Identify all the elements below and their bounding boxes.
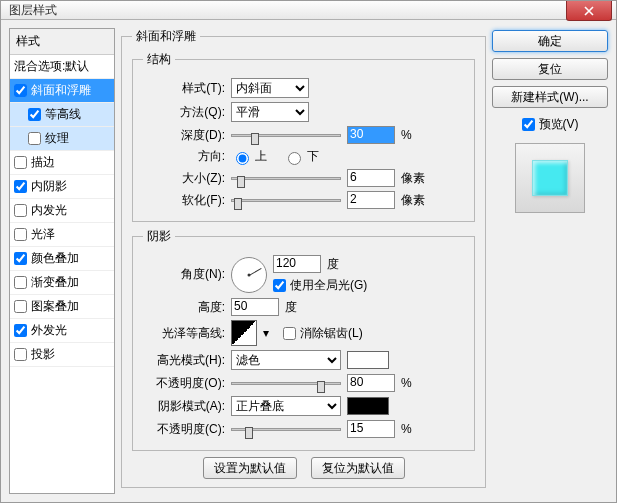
pct-unit-2: % (401, 422, 412, 436)
structure-groupbox: 结构 样式(T): 内斜面 方法(Q): 平滑 深度(D): 30 % (132, 51, 475, 222)
shadow-mode-select[interactable]: 正片叠底 (231, 396, 341, 416)
up-radio-input[interactable] (236, 152, 249, 165)
altitude-label: 高度: (143, 299, 225, 316)
highlight-opacity-field[interactable]: 80 (347, 374, 395, 392)
chevron-down-icon[interactable]: ▾ (263, 326, 269, 340)
reset-button[interactable]: 复位 (492, 58, 608, 80)
styles-header: 样式 (10, 29, 114, 55)
angle-label: 角度(N): (143, 266, 225, 283)
dialog-body: 样式 混合选项:默认 斜面和浮雕等高线纹理描边内阴影内发光光泽颜色叠加渐变叠加图… (1, 20, 616, 502)
highlight-opacity-label: 不透明度(O): (143, 375, 225, 392)
right-panel: 确定 复位 新建样式(W)... 预览(V) (492, 28, 608, 494)
shadow-opacity-field[interactable]: 15 (347, 420, 395, 438)
size-field[interactable]: 6 (347, 169, 395, 187)
highlight-opacity-slider[interactable] (231, 374, 341, 392)
method-label: 方法(Q): (143, 104, 225, 121)
gloss-contour-picker[interactable] (231, 320, 257, 346)
soften-field[interactable]: 2 (347, 191, 395, 209)
highlight-mode-select[interactable]: 滤色 (231, 350, 341, 370)
style-item-checkbox[interactable] (14, 276, 27, 289)
shadow-color-swatch[interactable] (347, 397, 389, 415)
gloss-contour-label: 光泽等高线: (143, 325, 225, 342)
style-item-label: 光泽 (31, 226, 55, 243)
style-item-checkbox[interactable] (14, 348, 27, 361)
down-radio-input[interactable] (288, 152, 301, 165)
soften-label: 软化(F): (143, 192, 225, 209)
size-unit: 像素 (401, 170, 425, 187)
styles-listbox: 样式 混合选项:默认 斜面和浮雕等高线纹理描边内阴影内发光光泽颜色叠加渐变叠加图… (9, 28, 115, 494)
style-item-label: 外发光 (31, 322, 67, 339)
depth-label: 深度(D): (143, 127, 225, 144)
layer-style-dialog: 图层样式 样式 混合选项:默认 斜面和浮雕等高线纹理描边内阴影内发光光泽颜色叠加… (0, 0, 617, 503)
style-item-4[interactable]: 内阴影 (10, 175, 114, 199)
soften-unit: 像素 (401, 192, 425, 209)
altitude-field[interactable]: 50 (231, 298, 279, 316)
close-button[interactable] (566, 1, 612, 21)
preview-checkbox[interactable]: 预览(V) (492, 116, 608, 133)
structure-legend: 结构 (143, 51, 175, 68)
method-select[interactable]: 平滑 (231, 102, 309, 122)
shadow-groupbox: 阴影 角度(N): 120 度 使用全局光(G) (132, 228, 475, 451)
depth-unit: % (401, 128, 412, 142)
style-item-checkbox[interactable] (14, 84, 27, 97)
reset-default-button[interactable]: 复位为默认值 (311, 457, 405, 479)
style-item-checkbox[interactable] (14, 156, 27, 169)
angle-dial[interactable] (231, 257, 267, 293)
preview-box (515, 143, 585, 213)
soften-slider[interactable] (231, 191, 341, 209)
style-item-label: 纹理 (45, 130, 69, 147)
style-item-checkbox[interactable] (28, 108, 41, 121)
shadow-opacity-label: 不透明度(C): (143, 421, 225, 438)
blend-options-item[interactable]: 混合选项:默认 (10, 55, 114, 79)
close-icon (584, 6, 594, 16)
make-default-button[interactable]: 设置为默认值 (203, 457, 297, 479)
style-item-2[interactable]: 纹理 (10, 127, 114, 151)
mid-panel: 斜面和浮雕 结构 样式(T): 内斜面 方法(Q): 平滑 深度(D): 30 (121, 28, 486, 494)
style-item-label: 图案叠加 (31, 298, 79, 315)
depth-field[interactable]: 30 (347, 126, 395, 144)
preview-swatch (532, 160, 568, 196)
style-item-checkbox[interactable] (14, 204, 27, 217)
antialias-checkbox[interactable]: 消除锯齿(L) (283, 325, 363, 342)
style-item-label: 内阴影 (31, 178, 67, 195)
style-item-1[interactable]: 等高线 (10, 103, 114, 127)
ok-button[interactable]: 确定 (492, 30, 608, 52)
pct-unit: % (401, 376, 412, 390)
style-item-label: 等高线 (45, 106, 81, 123)
style-item-6[interactable]: 光泽 (10, 223, 114, 247)
highlight-color-swatch[interactable] (347, 351, 389, 369)
style-item-checkbox[interactable] (14, 252, 27, 265)
style-item-0[interactable]: 斜面和浮雕 (10, 79, 114, 103)
shadow-mode-label: 阴影模式(A): (143, 398, 225, 415)
blend-options-label: 混合选项:默认 (14, 58, 89, 75)
style-item-checkbox[interactable] (14, 228, 27, 241)
shadow-opacity-slider[interactable] (231, 420, 341, 438)
size-slider[interactable] (231, 169, 341, 187)
style-item-label: 投影 (31, 346, 55, 363)
style-item-7[interactable]: 颜色叠加 (10, 247, 114, 271)
style-item-checkbox[interactable] (14, 324, 27, 337)
style-label: 样式(T): (143, 80, 225, 97)
style-item-label: 斜面和浮雕 (31, 82, 91, 99)
depth-slider[interactable] (231, 126, 341, 144)
style-item-checkbox[interactable] (28, 132, 41, 145)
size-label: 大小(Z): (143, 170, 225, 187)
angle-unit: 度 (327, 256, 339, 273)
style-item-3[interactable]: 描边 (10, 151, 114, 175)
style-item-11[interactable]: 投影 (10, 343, 114, 367)
new-style-button[interactable]: 新建样式(W)... (492, 86, 608, 108)
style-item-checkbox[interactable] (14, 180, 27, 193)
use-global-light-checkbox[interactable]: 使用全局光(G) (273, 277, 367, 294)
angle-field[interactable]: 120 (273, 255, 321, 273)
direction-down-radio[interactable]: 下 (283, 148, 319, 165)
window-title: 图层样式 (9, 2, 57, 19)
style-item-label: 内发光 (31, 202, 67, 219)
style-item-8[interactable]: 渐变叠加 (10, 271, 114, 295)
direction-up-radio[interactable]: 上 (231, 148, 267, 165)
style-item-checkbox[interactable] (14, 300, 27, 313)
style-item-9[interactable]: 图案叠加 (10, 295, 114, 319)
style-select[interactable]: 内斜面 (231, 78, 309, 98)
style-item-5[interactable]: 内发光 (10, 199, 114, 223)
style-item-10[interactable]: 外发光 (10, 319, 114, 343)
direction-label: 方向: (143, 148, 225, 165)
